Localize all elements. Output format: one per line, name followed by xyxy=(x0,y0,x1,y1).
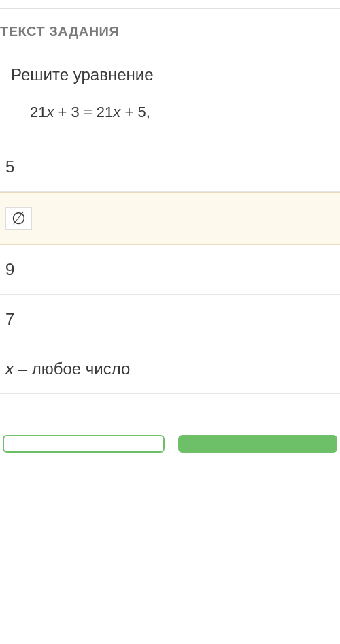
bottom-button-row xyxy=(0,435,340,453)
answer-text: 5 xyxy=(5,157,14,176)
equation-part: + 3 = 21 xyxy=(54,103,113,120)
equation-variable: x xyxy=(46,103,54,120)
equation-part: + 5, xyxy=(120,103,150,120)
question-block: Решите уравнение 21x + 3 = 21x + 5, xyxy=(0,52,340,142)
answer-option-5[interactable]: x – любое число xyxy=(0,344,340,394)
equation-variable: x xyxy=(113,103,120,120)
answer-option-2[interactable]: ∅ xyxy=(0,192,340,245)
answer-variable: x xyxy=(5,359,14,378)
answer-option-3[interactable]: 9 xyxy=(0,245,340,295)
answer-text: ∅ xyxy=(5,207,32,230)
answer-text: – любое число xyxy=(14,359,130,378)
answer-text: 9 xyxy=(5,260,14,278)
equation-part: 21 xyxy=(30,103,46,120)
answer-option-1[interactable]: 5 xyxy=(0,142,340,192)
answer-option-4[interactable]: 7 xyxy=(0,295,340,344)
answer-list: 5 ∅ 9 7 x – любое число xyxy=(0,142,340,394)
section-header: ТЕКСТ ЗАДАНИЯ xyxy=(0,9,340,52)
secondary-button[interactable] xyxy=(3,435,165,453)
question-title: Решите уравнение xyxy=(5,65,335,84)
primary-button[interactable] xyxy=(178,435,337,453)
answer-text: 7 xyxy=(5,310,14,328)
equation-text: 21x + 3 = 21x + 5, xyxy=(5,103,335,121)
